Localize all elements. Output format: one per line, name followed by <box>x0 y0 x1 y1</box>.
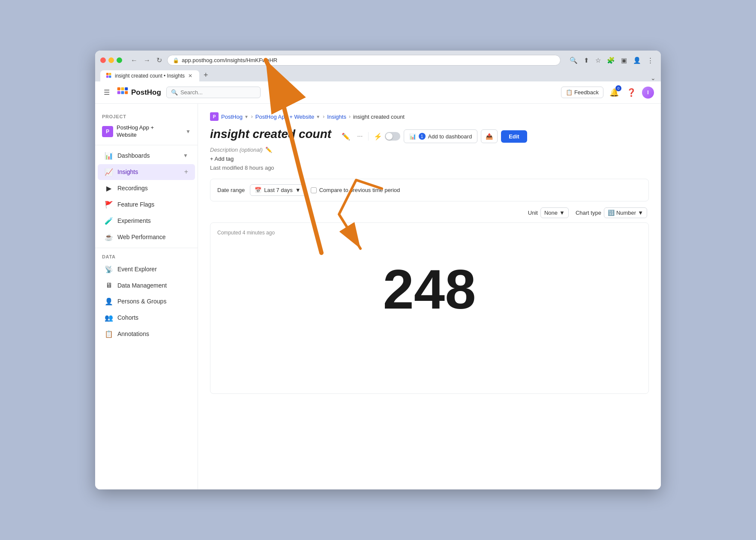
feedback-button[interactable]: 📋 Feedback <box>561 87 603 98</box>
breadcrumb-project[interactable]: PostHog App + Website ▼ <box>255 114 320 120</box>
toggle-thumb <box>386 133 393 140</box>
recordings-icon: ▶ <box>105 184 113 192</box>
forward-button[interactable]: → <box>142 55 152 65</box>
breadcrumb-insights[interactable]: Insights <box>327 114 346 120</box>
app-topbar: ☰ PostHog 🔍 📋 Feedback <box>95 81 661 104</box>
svg-rect-1 <box>109 73 111 75</box>
sidebar-item-annotations-label: Annotations <box>117 330 149 337</box>
sidebar-item-cohorts[interactable]: 👥 Cohorts <box>98 310 195 326</box>
share-button[interactable]: 📤 <box>481 129 498 143</box>
sidebar-item-experiments[interactable]: 🧪 Experiments <box>98 213 195 229</box>
minimize-button[interactable] <box>108 57 114 63</box>
tab-favicon <box>106 73 112 79</box>
tab-title: insight created count • Insights <box>115 73 185 79</box>
last-modified: Last modified 8 hours ago <box>210 165 649 171</box>
edit-title-button[interactable]: ✏️ <box>340 131 352 142</box>
add-dashboard-badge: 1 <box>419 133 426 140</box>
share-icon[interactable]: ⬆ <box>582 56 591 65</box>
user-avatar-button[interactable]: I <box>642 87 654 99</box>
chart-type-chevron-icon: ▼ <box>638 210 643 216</box>
sidebar-item-data-management[interactable]: 🖥 Data Management <box>98 278 195 293</box>
extensions-icon[interactable]: 🧩 <box>605 56 617 65</box>
feedback-icon: 📋 <box>566 89 573 96</box>
sidebar-item-web-performance-label: Web Performance <box>117 234 166 240</box>
compare-checkbox-box[interactable] <box>311 187 317 193</box>
more-options-button[interactable]: ··· <box>355 131 364 142</box>
logo: PostHog <box>117 87 161 99</box>
chart-type-label: Chart type <box>576 210 601 216</box>
notifications-button[interactable]: 🔔 0 <box>608 86 621 99</box>
sidebar-divider <box>95 145 198 145</box>
unit-select[interactable]: None ▼ <box>540 207 569 218</box>
data-area: Computed 4 minutes ago 248 <box>210 222 649 394</box>
sidebar-item-recordings[interactable]: ▶ Recordings <box>98 180 195 196</box>
insights-plus-icon[interactable]: + <box>184 168 188 176</box>
sidebar-item-recordings-label: Recordings <box>117 185 148 192</box>
reload-button[interactable]: ↻ <box>155 55 164 65</box>
url-text[interactable]: app.posthog.com/insights/HmKFweHR <box>182 57 277 63</box>
sidebar-item-dashboards[interactable]: 📊 Dashboards ▼ <box>98 148 195 164</box>
breadcrumb-project-chevron: ▼ <box>316 114 320 119</box>
maximize-button[interactable] <box>117 57 122 63</box>
close-button[interactable] <box>100 57 106 63</box>
compare-checkbox[interactable]: Compare to previous time period <box>311 187 400 193</box>
sidebar-item-insights[interactable]: 📈 Insights + <box>98 164 195 180</box>
chart-type-option-group: Chart type 🔢 Number ▼ <box>576 207 647 218</box>
date-range-button[interactable]: 📅 Last 7 days ▼ <box>250 184 305 196</box>
project-selector[interactable]: P PostHog App +Website ▼ <box>95 121 198 142</box>
add-dashboard-label: Add to dashboard <box>428 133 472 140</box>
web-performance-icon: ☕ <box>105 233 113 241</box>
project-section-label: PROJECT <box>95 111 198 121</box>
unit-option-group: Unit None ▼ <box>528 207 569 218</box>
sidebar-item-event-explorer[interactable]: 📡 Event Explorer <box>98 261 195 277</box>
sidebar: PROJECT P PostHog App +Website ▼ 📊 Dashb… <box>95 104 198 489</box>
sidebar-divider-2 <box>95 248 198 248</box>
add-tag-button[interactable]: + Add tag <box>210 156 234 162</box>
notification-badge: 0 <box>615 85 621 91</box>
posthog-logo-icon <box>117 87 129 99</box>
data-management-icon: 🖥 <box>105 282 113 289</box>
sidebar-icon[interactable]: ▣ <box>619 56 629 65</box>
insights-icon: 📈 <box>105 168 113 176</box>
menu-toggle-button[interactable]: ☰ <box>102 87 111 98</box>
browser-tab[interactable]: insight created count • Insights ✕ <box>100 70 199 81</box>
back-button[interactable]: ← <box>129 55 139 65</box>
sidebar-item-feature-flags[interactable]: 🚩 Feature Flags <box>98 197 195 213</box>
bookmark-icon[interactable]: ☆ <box>593 56 603 65</box>
svg-rect-2 <box>106 75 108 78</box>
svg-rect-3 <box>109 75 111 78</box>
sidebar-item-insights-label: Insights <box>117 168 138 175</box>
chart-type-select[interactable]: 🔢 Number ▼ <box>604 207 647 218</box>
tabs-chevron-icon[interactable]: ⌄ <box>651 75 656 81</box>
header-actions: ✏️ ··· ⚡ 📊 1 Add to dashboard <box>340 129 527 143</box>
insight-toggle[interactable] <box>385 132 400 141</box>
calendar-icon: 📅 <box>255 187 261 193</box>
breadcrumb: P PostHog ▼ › PostHog App + Website ▼ › … <box>210 112 649 121</box>
tab-close-button[interactable]: ✕ <box>187 73 193 79</box>
number-icon: 🔢 <box>608 210 615 216</box>
sidebar-item-dashboards-label: Dashboards <box>117 152 150 159</box>
main-content: P PostHog ▼ › PostHog App + Website ▼ › … <box>198 104 661 489</box>
add-to-dashboard-button[interactable]: 📊 1 Add to dashboard <box>404 129 478 143</box>
breadcrumb-posthog[interactable]: PostHog ▼ <box>221 114 249 120</box>
insight-title: insight created count <box>210 127 331 141</box>
search-input[interactable] <box>180 89 256 96</box>
logo-text: PostHog <box>131 88 161 97</box>
sidebar-item-persons-groups[interactable]: 👤 Persons & Groups <box>98 294 195 309</box>
sidebar-item-data-management-label: Data Management <box>117 282 167 289</box>
svg-rect-7 <box>121 91 124 94</box>
edit-button[interactable]: Edit <box>501 130 527 143</box>
edit-description-icon[interactable]: ✏️ <box>265 147 272 153</box>
profile-icon[interactable]: 👤 <box>631 56 643 65</box>
new-tab-button[interactable]: + <box>200 69 212 81</box>
search-bar[interactable]: 🔍 <box>166 87 261 98</box>
sidebar-item-web-performance[interactable]: ☕ Web Performance <box>98 229 195 245</box>
sidebar-item-feature-flags-label: Feature Flags <box>117 201 154 208</box>
help-button[interactable]: ❓ <box>625 86 638 99</box>
feature-flags-icon: 🚩 <box>105 201 113 209</box>
more-icon[interactable]: ⋮ <box>645 56 656 65</box>
search-icon[interactable]: 🔍 <box>567 56 580 65</box>
svg-rect-5 <box>121 87 124 90</box>
sidebar-item-annotations[interactable]: 📋 Annotations <box>98 326 195 342</box>
breadcrumb-posthog-label: PostHog <box>221 114 243 120</box>
